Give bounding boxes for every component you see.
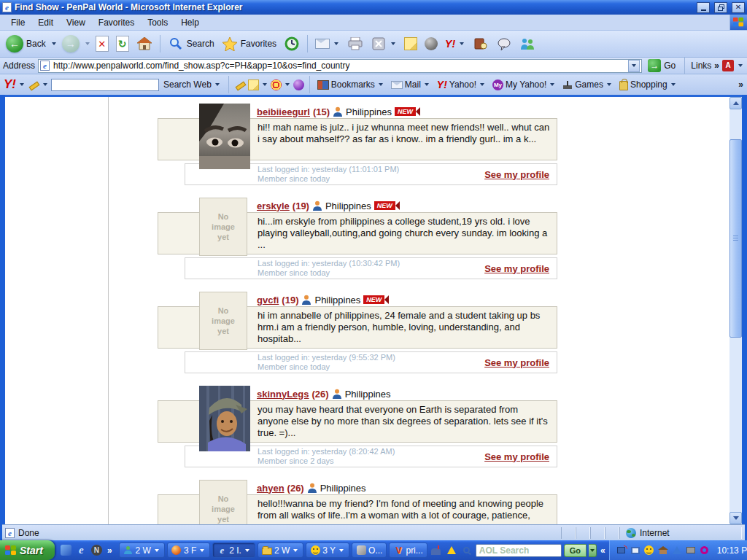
tray-ring-icon[interactable] [699, 545, 711, 556]
scrollbar-thumb[interactable] [729, 139, 742, 338]
refresh-button[interactable]: ↻ [113, 34, 132, 53]
discuss-button[interactable] [493, 34, 515, 53]
see-profile-link[interactable]: See my profile [484, 451, 549, 462]
yahoo-logo-dropdown-icon[interactable] [20, 83, 24, 86]
taskbar-button-yahoo-messenger[interactable]: 3 Y [306, 542, 349, 558]
username-link[interactable]: erskyle [257, 201, 290, 211]
forward-dropdown-icon[interactable] [85, 42, 90, 45]
menu-edit[interactable]: Edit [31, 15, 60, 30]
taskbar-button-ie[interactable]: e 2 I. [212, 542, 255, 558]
minimize-button[interactable] [697, 2, 710, 13]
yahoo-logo[interactable]: Y! [4, 77, 16, 92]
taskbar-search-icon[interactable] [460, 544, 473, 557]
taskbar-mailbox-icon[interactable] [430, 544, 443, 557]
see-profile-link[interactable]: See my profile [484, 169, 549, 180]
links-overflow-chevron[interactable]: » [714, 61, 719, 71]
see-profile-link[interactable]: See my profile [484, 357, 549, 368]
bookmarks-button[interactable]: Bookmarks [315, 78, 387, 91]
scroll-down-button[interactable] [729, 512, 742, 524]
forward-button[interactable]: → [59, 34, 82, 54]
quicklaunch-msn-icon[interactable] [60, 544, 72, 556]
resize-button[interactable] [368, 34, 400, 53]
quicklaunch-ie-icon[interactable]: e [75, 544, 88, 556]
notepad-dropdown-icon[interactable] [263, 83, 267, 86]
taskbar-button-messenger[interactable]: 2 W [119, 542, 165, 558]
restore-button[interactable] [714, 2, 727, 13]
address-dropdown-button[interactable] [628, 60, 640, 72]
quicklaunch-netscape-icon[interactable]: N [90, 544, 103, 556]
yahoo-toolbar: Y! Search Web Bookmarks Mail Y! Yahoo! [0, 74, 747, 95]
yahoo-home-button[interactable]: Y! Yahoo! [435, 77, 488, 92]
history-button[interactable] [281, 34, 303, 53]
tray-home-icon[interactable] [657, 545, 669, 556]
pencil-icon[interactable] [28, 79, 39, 90]
tray-network-icon[interactable] [616, 545, 627, 556]
research-button[interactable] [470, 34, 492, 53]
messenger-orb-button[interactable] [422, 36, 441, 52]
scroll-up-button[interactable] [729, 97, 742, 109]
adobe-dropdown-icon[interactable] [738, 64, 743, 67]
profile-card: No image yet erskyle (19) Philippines NE… [158, 199, 557, 279]
taskbar-aol-icon[interactable] [445, 544, 458, 557]
my-yahoo-button[interactable]: My My Yahoo! [490, 78, 558, 92]
username-link[interactable]: ahyen [257, 483, 285, 494]
favorites-button[interactable]: Favorites [219, 34, 279, 53]
bullseye-icon[interactable] [271, 79, 282, 90]
yahoo-toolbar-button[interactable]: Y! [442, 36, 468, 51]
messenger-people-button[interactable] [516, 34, 538, 53]
dropdown-icon [590, 549, 595, 552]
yahoo-overflow-chevron[interactable]: » [738, 79, 743, 90]
windows-flag-icon [5, 545, 17, 556]
menu-help[interactable]: Help [174, 15, 206, 30]
aol-go-button[interactable]: Go [564, 544, 587, 557]
home-button[interactable] [133, 34, 155, 53]
yahoo-mail-button[interactable]: Mail [389, 78, 433, 91]
menu-favorites[interactable]: Favorites [92, 15, 141, 30]
back-button[interactable]: ← Back [3, 34, 49, 54]
start-button[interactable]: Start [0, 540, 55, 560]
search-button[interactable]: Search [165, 34, 217, 53]
close-button[interactable]: ✕ [732, 2, 745, 13]
notepad-icon[interactable] [248, 79, 259, 90]
aol-go-dropdown-button[interactable] [589, 544, 597, 557]
username-link[interactable]: gvcfi [257, 295, 279, 306]
mail-button[interactable] [312, 37, 343, 50]
vertical-scrollbar[interactable] [729, 97, 742, 524]
username-link[interactable]: beibiieegurl [257, 106, 310, 117]
games-button[interactable]: Games [560, 78, 615, 91]
taskbar-collapse-chevron[interactable]: « [599, 545, 607, 556]
shopping-button[interactable]: Shopping [617, 77, 679, 92]
stop-button[interactable]: ✕ [93, 34, 112, 53]
taskbar-button-firefox[interactable]: 3 F [167, 542, 210, 558]
aol-search-input[interactable] [476, 544, 562, 557]
go-button[interactable]: → Go [645, 58, 678, 74]
notes-button[interactable] [401, 36, 420, 52]
menu-file[interactable]: File [4, 15, 31, 30]
back-dropdown-icon[interactable] [52, 42, 56, 45]
yahoo-search-input[interactable] [51, 79, 159, 91]
tray-aim-icon[interactable] [671, 545, 683, 556]
search-web-button[interactable]: Search Web [161, 78, 223, 91]
taskbar-button-o-app[interactable]: O... [352, 542, 387, 558]
profile-photo[interactable] [199, 104, 250, 169]
menu-view[interactable]: View [60, 15, 92, 30]
profile-description: hi...im erskyle from philippines a colle… [258, 216, 547, 250]
tray-messenger-smiley-icon[interactable] [643, 545, 655, 556]
print-button[interactable] [344, 34, 366, 53]
tray-display-icon[interactable] [685, 545, 697, 556]
quicklaunch-overflow-chevron[interactable]: » [106, 545, 114, 556]
tray-picture-icon[interactable] [630, 545, 641, 556]
username-link[interactable]: skinnyLegs [257, 389, 309, 400]
highlighter-icon[interactable] [234, 79, 246, 90]
address-input[interactable] [52, 60, 626, 71]
taskbar-button-pri[interactable]: V pri... [389, 542, 427, 558]
profile-photo[interactable] [199, 386, 250, 451]
menu-tools[interactable]: Tools [141, 15, 174, 30]
links-label[interactable]: Links [691, 61, 711, 71]
adobe-acrobat-icon[interactable]: A [722, 60, 734, 71]
taskbar-button-explorer[interactable]: 2 W [258, 542, 303, 558]
see-profile-link[interactable]: See my profile [484, 263, 549, 274]
bullseye-dropdown-icon[interactable] [285, 83, 290, 86]
pencil-dropdown-icon[interactable] [43, 83, 47, 86]
purple-orb-icon[interactable] [293, 79, 304, 90]
